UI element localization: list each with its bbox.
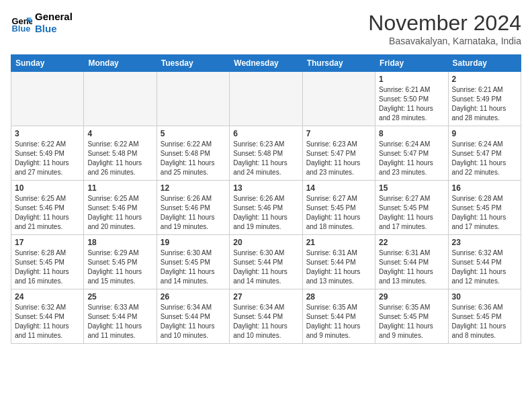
day-number: 12 xyxy=(161,183,226,193)
logo: General Blue General Blue xyxy=(11,11,73,35)
day-info: Sunrise: 6:26 AMSunset: 5:46 PMDaylight:… xyxy=(233,194,298,232)
calendar-cell: 11Sunrise: 6:25 AMSunset: 5:46 PMDayligh… xyxy=(84,181,157,235)
weekday-header-row: SundayMondayTuesdayWednesdayThursdayFrid… xyxy=(11,55,521,72)
day-info: Sunrise: 6:30 AMSunset: 5:44 PMDaylight:… xyxy=(233,248,298,286)
day-info: Sunrise: 6:24 AMSunset: 5:47 PMDaylight:… xyxy=(379,140,444,177)
day-number: 11 xyxy=(87,183,152,193)
week-row-5: 24Sunrise: 6:32 AMSunset: 5:44 PMDayligh… xyxy=(11,289,521,344)
day-info: Sunrise: 6:21 AMSunset: 5:50 PMDaylight:… xyxy=(379,85,444,123)
day-number: 3 xyxy=(15,129,80,138)
svg-text:Blue: Blue xyxy=(12,24,31,34)
day-info: Sunrise: 6:32 AMSunset: 5:44 PMDaylight:… xyxy=(452,248,517,286)
calendar-cell: 10Sunrise: 6:25 AMSunset: 5:46 PMDayligh… xyxy=(11,181,84,235)
day-number: 7 xyxy=(306,129,371,138)
day-number: 9 xyxy=(452,129,517,138)
calendar-cell: 2Sunrise: 6:21 AMSunset: 5:49 PMDaylight… xyxy=(448,72,521,126)
logo-blue: Blue xyxy=(35,23,57,34)
calendar-cell: 20Sunrise: 6:30 AMSunset: 5:44 PMDayligh… xyxy=(230,235,302,289)
title-block: November 2024 Basavakalyan, Karnataka, I… xyxy=(368,11,521,46)
day-info: Sunrise: 6:24 AMSunset: 5:47 PMDaylight:… xyxy=(452,140,517,177)
calendar-cell: 14Sunrise: 6:27 AMSunset: 5:45 PMDayligh… xyxy=(302,181,375,235)
weekday-header-thursday: Thursday xyxy=(302,55,375,72)
day-info: Sunrise: 6:28 AMSunset: 5:45 PMDaylight:… xyxy=(15,248,80,286)
day-info: Sunrise: 6:34 AMSunset: 5:44 PMDaylight:… xyxy=(161,303,226,340)
day-info: Sunrise: 6:31 AMSunset: 5:44 PMDaylight:… xyxy=(379,248,444,286)
day-number: 18 xyxy=(87,238,152,247)
day-info: Sunrise: 6:22 AMSunset: 5:48 PMDaylight:… xyxy=(161,140,226,177)
calendar-cell: 9Sunrise: 6:24 AMSunset: 5:47 PMDaylight… xyxy=(448,126,521,181)
weekday-header-monday: Monday xyxy=(84,55,157,72)
calendar-table: SundayMondayTuesdayWednesdayThursdayFrid… xyxy=(11,54,521,344)
day-number: 6 xyxy=(233,129,298,138)
weekday-header-tuesday: Tuesday xyxy=(157,55,229,72)
calendar-cell: 19Sunrise: 6:30 AMSunset: 5:45 PMDayligh… xyxy=(157,235,229,289)
day-info: Sunrise: 6:29 AMSunset: 5:45 PMDaylight:… xyxy=(87,248,152,286)
calendar-cell: 5Sunrise: 6:22 AMSunset: 5:48 PMDaylight… xyxy=(157,126,229,181)
day-number: 15 xyxy=(379,183,444,193)
calendar-cell xyxy=(230,72,302,126)
calendar-cell: 24Sunrise: 6:32 AMSunset: 5:44 PMDayligh… xyxy=(11,289,84,344)
calendar-cell: 6Sunrise: 6:23 AMSunset: 5:48 PMDaylight… xyxy=(230,126,302,181)
day-info: Sunrise: 6:32 AMSunset: 5:44 PMDaylight:… xyxy=(15,303,80,340)
calendar-cell: 28Sunrise: 6:35 AMSunset: 5:44 PMDayligh… xyxy=(302,289,375,344)
weekday-header-saturday: Saturday xyxy=(448,55,521,72)
day-info: Sunrise: 6:28 AMSunset: 5:45 PMDaylight:… xyxy=(452,194,517,232)
week-row-4: 17Sunrise: 6:28 AMSunset: 5:45 PMDayligh… xyxy=(11,235,521,289)
calendar-cell: 12Sunrise: 6:26 AMSunset: 5:46 PMDayligh… xyxy=(157,181,229,235)
calendar-cell xyxy=(157,72,229,126)
day-info: Sunrise: 6:35 AMSunset: 5:44 PMDaylight:… xyxy=(306,303,371,340)
calendar-cell: 15Sunrise: 6:27 AMSunset: 5:45 PMDayligh… xyxy=(375,181,448,235)
month-title: November 2024 xyxy=(368,11,521,36)
calendar-cell: 18Sunrise: 6:29 AMSunset: 5:45 PMDayligh… xyxy=(84,235,157,289)
day-info: Sunrise: 6:26 AMSunset: 5:46 PMDaylight:… xyxy=(161,194,226,232)
day-info: Sunrise: 6:22 AMSunset: 5:48 PMDaylight:… xyxy=(87,140,152,177)
day-number: 29 xyxy=(379,292,444,302)
logo-icon: General Blue xyxy=(11,12,32,34)
day-number: 4 xyxy=(87,129,152,138)
day-info: Sunrise: 6:35 AMSunset: 5:45 PMDaylight:… xyxy=(379,303,444,340)
day-info: Sunrise: 6:31 AMSunset: 5:44 PMDaylight:… xyxy=(306,248,371,286)
day-number: 20 xyxy=(233,238,298,247)
day-number: 21 xyxy=(306,238,371,247)
calendar-cell: 13Sunrise: 6:26 AMSunset: 5:46 PMDayligh… xyxy=(230,181,302,235)
day-number: 2 xyxy=(452,75,517,84)
day-info: Sunrise: 6:27 AMSunset: 5:45 PMDaylight:… xyxy=(306,194,371,232)
weekday-header-wednesday: Wednesday xyxy=(230,55,302,72)
day-info: Sunrise: 6:25 AMSunset: 5:46 PMDaylight:… xyxy=(87,194,152,232)
calendar-cell: 21Sunrise: 6:31 AMSunset: 5:44 PMDayligh… xyxy=(302,235,375,289)
day-number: 1 xyxy=(379,75,444,84)
day-number: 5 xyxy=(161,129,226,138)
calendar-cell: 1Sunrise: 6:21 AMSunset: 5:50 PMDaylight… xyxy=(375,72,448,126)
calendar-cell: 29Sunrise: 6:35 AMSunset: 5:45 PMDayligh… xyxy=(375,289,448,344)
day-info: Sunrise: 6:25 AMSunset: 5:46 PMDaylight:… xyxy=(15,194,80,232)
weekday-header-sunday: Sunday xyxy=(11,55,84,72)
day-info: Sunrise: 6:36 AMSunset: 5:45 PMDaylight:… xyxy=(452,303,517,340)
calendar-cell: 22Sunrise: 6:31 AMSunset: 5:44 PMDayligh… xyxy=(375,235,448,289)
weekday-header-friday: Friday xyxy=(375,55,448,72)
week-row-1: 1Sunrise: 6:21 AMSunset: 5:50 PMDaylight… xyxy=(11,72,521,126)
day-number: 17 xyxy=(15,238,80,247)
calendar-cell: 27Sunrise: 6:34 AMSunset: 5:44 PMDayligh… xyxy=(230,289,302,344)
week-row-3: 10Sunrise: 6:25 AMSunset: 5:46 PMDayligh… xyxy=(11,181,521,235)
day-info: Sunrise: 6:27 AMSunset: 5:45 PMDaylight:… xyxy=(379,194,444,232)
calendar-cell: 30Sunrise: 6:36 AMSunset: 5:45 PMDayligh… xyxy=(448,289,521,344)
day-number: 13 xyxy=(233,183,298,193)
calendar-cell xyxy=(302,72,375,126)
calendar-cell: 8Sunrise: 6:24 AMSunset: 5:47 PMDaylight… xyxy=(375,126,448,181)
calendar-cell: 23Sunrise: 6:32 AMSunset: 5:44 PMDayligh… xyxy=(448,235,521,289)
calendar-cell: 7Sunrise: 6:23 AMSunset: 5:47 PMDaylight… xyxy=(302,126,375,181)
day-number: 27 xyxy=(233,292,298,302)
day-number: 24 xyxy=(15,292,80,302)
calendar-cell: 4Sunrise: 6:22 AMSunset: 5:48 PMDaylight… xyxy=(84,126,157,181)
day-info: Sunrise: 6:23 AMSunset: 5:47 PMDaylight:… xyxy=(306,140,371,177)
calendar-cell xyxy=(84,72,157,126)
day-number: 8 xyxy=(379,129,444,138)
day-info: Sunrise: 6:34 AMSunset: 5:44 PMDaylight:… xyxy=(233,303,298,340)
day-number: 16 xyxy=(452,183,517,193)
day-info: Sunrise: 6:21 AMSunset: 5:49 PMDaylight:… xyxy=(452,85,517,123)
day-number: 26 xyxy=(161,292,226,302)
day-number: 10 xyxy=(15,183,80,193)
week-row-2: 3Sunrise: 6:22 AMSunset: 5:49 PMDaylight… xyxy=(11,126,521,181)
calendar-cell: 17Sunrise: 6:28 AMSunset: 5:45 PMDayligh… xyxy=(11,235,84,289)
day-info: Sunrise: 6:30 AMSunset: 5:45 PMDaylight:… xyxy=(161,248,226,286)
